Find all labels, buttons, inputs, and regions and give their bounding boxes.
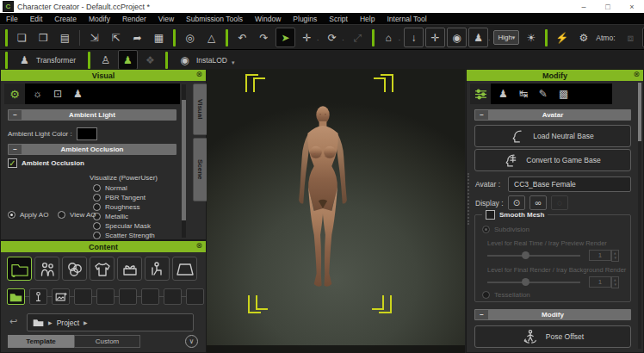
menu-item-render[interactable]: Render xyxy=(116,15,152,23)
tab-scene-camera[interactable]: ⊡ xyxy=(53,88,62,100)
visual-panel-header[interactable]: Visual ⊗ xyxy=(1,70,206,81)
radio-icon[interactable] xyxy=(58,211,65,219)
breadcrumb[interactable]: ▶ Project ▶ xyxy=(27,313,194,331)
tab-template[interactable]: Template xyxy=(8,335,74,348)
radio-icon[interactable] xyxy=(93,194,101,201)
expand-content-icon[interactable]: ∨ xyxy=(185,335,198,348)
tab-avatar-display[interactable]: ♟ xyxy=(73,88,83,100)
menu-item-view[interactable]: View xyxy=(152,15,180,23)
viewport-3d[interactable] xyxy=(207,69,465,353)
radio-icon-selected[interactable] xyxy=(8,211,15,219)
menu-item-plugins[interactable]: Plugins xyxy=(287,15,323,23)
menu-item-script[interactable]: Script xyxy=(323,15,354,23)
convert-to-game-base-button[interactable]: Convert to Game Base xyxy=(474,149,631,171)
show-accessory-icon[interactable]: ∞ xyxy=(529,195,547,210)
export-content-icon[interactable]: ⇱ xyxy=(106,28,126,47)
calibrate-icon[interactable]: △ xyxy=(201,28,221,47)
category-cloth-icon[interactable] xyxy=(90,257,115,281)
subfolder-project-icon[interactable] xyxy=(7,288,25,305)
frame-object-icon[interactable]: ↓ xyxy=(404,28,424,47)
menu-item-edit[interactable]: Edit xyxy=(24,15,49,23)
visual-panel-close-icon[interactable]: ⊗ xyxy=(195,70,202,78)
character-model[interactable] xyxy=(285,73,361,327)
transformer-button[interactable]: ♟ Transformer xyxy=(13,49,83,71)
bake-textures-icon[interactable]: ◎ xyxy=(180,28,200,47)
ambient-light-color-swatch[interactable] xyxy=(77,127,97,140)
dock-tab-visual[interactable]: Visual xyxy=(193,84,207,135)
category-actor-icon[interactable] xyxy=(34,257,59,281)
ambient-occlusion-checkbox[interactable]: ✓ xyxy=(8,158,17,168)
collapse-icon[interactable]: − xyxy=(9,145,22,154)
move-tool-icon[interactable]: ✛ xyxy=(297,28,317,47)
show-mesh-eye-icon[interactable]: ⊙ xyxy=(508,195,525,210)
tab-custom[interactable]: Custom xyxy=(74,335,140,348)
radio-icon[interactable] xyxy=(93,232,101,239)
menu-item-create[interactable]: Create xyxy=(48,15,83,23)
menu-item-window[interactable]: Window xyxy=(249,15,287,23)
category-pose-icon[interactable] xyxy=(145,257,170,281)
minimize-button[interactable]: – xyxy=(572,3,596,11)
scrollbar-thumb[interactable] xyxy=(182,100,186,220)
radio-pbr-tangent[interactable]: PBR Tangent xyxy=(93,194,146,201)
edit-mesh-mode-icon[interactable]: ♟ xyxy=(118,50,138,70)
atmosphere-gear-icon[interactable]: ⚙ xyxy=(573,28,593,47)
collapse-icon[interactable]: − xyxy=(475,310,488,319)
scrollbar-thumb[interactable] xyxy=(638,83,641,141)
tab-visual-display[interactable]: ⚙ xyxy=(4,84,25,104)
menu-item-internal-tool[interactable]: Internal Tool xyxy=(381,15,432,23)
face-camera-icon[interactable]: ♟ xyxy=(468,28,488,47)
undo-icon[interactable]: ↶ xyxy=(232,28,252,47)
move-tool-dropdown-dot[interactable]: · xyxy=(317,37,319,43)
new-project-icon[interactable]: ❏ xyxy=(12,28,32,47)
menu-item-help[interactable]: Help xyxy=(354,15,381,23)
tab-attribute-sliders[interactable] xyxy=(470,84,491,104)
rotate-tool-icon[interactable]: ⟳ xyxy=(322,28,342,47)
pose-mode-icon[interactable]: ♙ xyxy=(96,50,115,70)
avatar-name-field[interactable]: CC3_Base Female xyxy=(508,176,631,192)
radio-roughness[interactable]: Roughness xyxy=(93,203,139,211)
smooth-mesh-checkbox[interactable] xyxy=(486,210,495,220)
radio-apply-ao[interactable]: Apply AO xyxy=(8,211,48,219)
save-project-icon[interactable]: ▤ xyxy=(55,28,75,47)
subfolder-avatar-icon[interactable] xyxy=(29,288,47,305)
maximize-button[interactable]: □ xyxy=(596,3,620,11)
tab-actor[interactable]: ♟ xyxy=(498,88,508,100)
modify-section-header[interactable]: − Modify xyxy=(474,309,631,320)
import-content-icon[interactable]: ⇲ xyxy=(84,28,104,47)
tab-texture[interactable]: ▩ xyxy=(559,88,568,100)
menu-item-submission-tools[interactable]: Submission Tools xyxy=(180,15,249,23)
content-panel-header[interactable]: Content ⊗ xyxy=(1,241,206,252)
rotate-tool-dropdown-dot[interactable]: · xyxy=(342,37,344,43)
radio-specular-mask[interactable]: Specular Mask xyxy=(93,222,151,230)
radio-metallic[interactable]: Metallic xyxy=(93,213,128,220)
brightness-icon[interactable]: ☀ xyxy=(521,28,541,47)
radio-normal[interactable]: Normal xyxy=(93,184,127,192)
collapse-icon[interactable]: − xyxy=(9,110,22,120)
render-quality-select[interactable]: High ▾ xyxy=(493,30,519,45)
radio-icon[interactable] xyxy=(93,184,101,192)
breadcrumb-project[interactable]: Project xyxy=(57,319,79,327)
load-neutral-base-button[interactable]: Load Neutral Base xyxy=(474,125,631,147)
radio-icon[interactable] xyxy=(93,203,101,211)
render-image-icon[interactable]: ▦ xyxy=(149,28,169,47)
radio-view-ao[interactable]: View AO xyxy=(58,211,96,219)
tab-bones[interactable]: ↹ xyxy=(519,88,528,100)
ambient-occlusion-section-header[interactable]: − Ambient Occlusion xyxy=(8,144,176,155)
menu-item-modify[interactable]: Modify xyxy=(83,15,116,23)
collapse-icon[interactable]: − xyxy=(475,110,488,120)
category-project-folder-icon[interactable] xyxy=(7,257,32,281)
instalod-button[interactable]: ◉ InstaLOD ▾ xyxy=(173,49,239,71)
modify-panel-header[interactable]: Modify ⊗ xyxy=(467,70,643,81)
export-file-icon[interactable]: ➦ xyxy=(127,28,147,47)
tab-morph[interactable]: ✎ xyxy=(539,88,548,100)
frame-all-icon[interactable]: ✛ xyxy=(425,28,445,47)
radio-scatter-strength[interactable]: Scatter Strength xyxy=(93,232,155,239)
visual-panel-scrollbar[interactable] xyxy=(182,84,186,238)
menu-item-file[interactable]: File xyxy=(0,15,24,23)
tab-light[interactable]: ☼ xyxy=(33,88,42,100)
home-view-icon[interactable]: ⌂ xyxy=(379,28,399,47)
home-view-dropdown-dot[interactable]: · xyxy=(399,37,400,43)
modify-panel-scrollbar[interactable] xyxy=(638,83,641,349)
avatar-section-header[interactable]: − Avatar xyxy=(474,109,631,121)
pose-offset-button[interactable]: Pose Offset xyxy=(474,325,631,348)
